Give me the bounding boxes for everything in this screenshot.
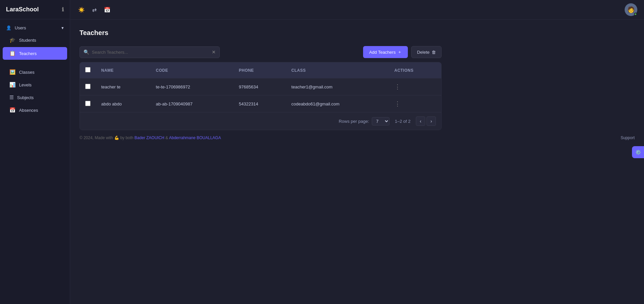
- table-body: teacher te te-te-1706986972 97685634 tea…: [80, 78, 441, 112]
- footer-copy: © 2024, Made with 💪 by both Bader ZAOUIC…: [79, 135, 221, 140]
- table-row: teacher te te-te-1706986972 97685634 tea…: [80, 78, 441, 95]
- row-checkbox-cell: [80, 78, 96, 95]
- absences-icon: 📅: [9, 107, 16, 113]
- select-all-checkbox[interactable]: [85, 67, 91, 72]
- sidebar-item-subjects[interactable]: ☰ Subjects: [0, 91, 70, 104]
- settings-icon: ⚙️: [635, 149, 641, 155]
- row-code: ab-ab-1709040987: [151, 95, 233, 112]
- plus-icon: ＋: [397, 49, 402, 55]
- header-code: CODE: [151, 62, 233, 78]
- theme-icon[interactable]: ☀️: [77, 5, 86, 14]
- user-avatar-wrapper[interactable]: 🧑: [625, 3, 637, 16]
- sidebar-item-label: Absences: [19, 108, 38, 113]
- levels-icon: 📊: [9, 82, 16, 88]
- sidebar-item-label: Levels: [19, 82, 32, 87]
- teachers-table-container: NAME CODE PHONE CLASS ACTIONS: [79, 62, 442, 130]
- sidebar-item-absences[interactable]: 📅 Absences: [0, 104, 70, 116]
- pagination-bar: Rows per page: 7 10 25 50 1–2 of 2 ‹: [80, 112, 441, 130]
- footer-support-link[interactable]: Support: [621, 135, 635, 140]
- row-checkbox[interactable]: [85, 101, 91, 106]
- toolbar: 🔍 ✕ Add Teachers ＋ Delete 🗑: [79, 46, 442, 58]
- avatar-online-dot: [634, 13, 637, 16]
- toolbar-right: Add Teachers ＋ Delete 🗑: [363, 46, 442, 58]
- students-icon: 🎓: [9, 37, 16, 43]
- subjects-icon: ☰: [9, 94, 14, 100]
- sidebar-logo: LaraSchool ℹ: [0, 0, 70, 19]
- row-class: teacher1@gmail.com: [286, 78, 389, 95]
- sidebar-item-students[interactable]: 🎓 Students: [0, 34, 70, 46]
- prev-icon: ‹: [420, 118, 422, 124]
- footer-copy-text: © 2024, Made with 💪 by both: [79, 135, 135, 140]
- row-phone: 54322314: [233, 95, 286, 112]
- row-actions-cell: ⋮: [389, 95, 442, 112]
- rows-per-page-select[interactable]: 7 10 25 50: [372, 117, 389, 125]
- row-checkbox-cell: [80, 95, 96, 112]
- page-title: Teachers: [79, 29, 442, 37]
- sidebar: LaraSchool ℹ 👤 Users ▾ 🎓 Students 📋 Teac…: [0, 0, 70, 304]
- next-icon: ›: [431, 118, 432, 124]
- row-name: teacher te: [96, 78, 151, 95]
- sidebar-item-label: Subjects: [17, 95, 34, 100]
- sidebar-item-levels[interactable]: 📊 Levels: [0, 78, 70, 91]
- trash-icon: 🗑: [432, 50, 436, 55]
- row-code: te-te-1706986972: [151, 78, 233, 95]
- content-area: Teachers 🔍 ✕ Add Teachers ＋ Delete 🗑: [70, 20, 644, 304]
- header-actions: ACTIONS: [389, 62, 442, 78]
- info-icon[interactable]: ℹ: [62, 6, 64, 13]
- rows-per-page-label: Rows per page:: [339, 119, 369, 124]
- page-info: 1–2 of 2: [395, 119, 411, 124]
- delete-label: Delete: [417, 50, 430, 55]
- row-checkbox[interactable]: [85, 84, 91, 89]
- row-actions-menu-button[interactable]: ⋮: [394, 83, 436, 90]
- sidebar-group-label: Users: [15, 25, 26, 30]
- row-actions-cell: ⋮: [389, 78, 442, 95]
- footer-separator: &: [165, 135, 169, 140]
- next-page-button[interactable]: ›: [427, 116, 436, 126]
- search-input[interactable]: [79, 46, 220, 58]
- sidebar-users-section: 👤 Users ▾ 🎓 Students 📋 Teachers: [0, 19, 70, 63]
- topbar-left: ☀️ ⇄ 📅: [77, 5, 112, 14]
- users-icon: 👤: [6, 25, 11, 30]
- rows-per-page: Rows per page: 7 10 25 50: [339, 117, 389, 125]
- search-wrapper: 🔍 ✕: [79, 46, 220, 58]
- content-inner: Teachers 🔍 ✕ Add Teachers ＋ Delete 🗑: [70, 20, 451, 130]
- sidebar-item-label: Students: [19, 38, 36, 43]
- header-checkbox-col: [80, 62, 96, 78]
- page-nav: ‹ ›: [416, 116, 436, 126]
- delete-button[interactable]: Delete 🗑: [411, 46, 442, 58]
- sidebar-item-label: Teachers: [19, 51, 37, 56]
- teachers-icon: 📋: [9, 50, 16, 56]
- footer-author1-link[interactable]: Bader ZAOUICH: [135, 135, 164, 140]
- header-phone: PHONE: [233, 62, 286, 78]
- footer: © 2024, Made with 💪 by both Bader ZAOUIC…: [70, 130, 644, 145]
- search-icon: 🔍: [84, 49, 89, 55]
- row-actions-menu-button[interactable]: ⋮: [394, 100, 436, 107]
- search-clear-icon[interactable]: ✕: [212, 49, 216, 55]
- table-scroll[interactable]: NAME CODE PHONE CLASS ACTIONS: [80, 62, 441, 112]
- sidebar-main-section: 🖼️ Classes 📊 Levels ☰ Subjects 📅 Absence…: [0, 63, 70, 119]
- sidebar-item-teachers[interactable]: 📋 Teachers: [3, 47, 67, 60]
- sidebar-item-label: Classes: [19, 70, 34, 75]
- row-name: abdo abdo: [96, 95, 151, 112]
- classes-icon: 🖼️: [9, 69, 16, 75]
- add-teachers-label: Add Teachers: [369, 50, 395, 55]
- header-class: CLASS: [286, 62, 389, 78]
- teachers-table: NAME CODE PHONE CLASS ACTIONS: [80, 62, 441, 112]
- main-area: ☀️ ⇄ 📅 🧑 Teachers 🔍 ✕ Add Teachers: [70, 0, 644, 304]
- footer-author2-link[interactable]: Abderrahmane BOUALLAGA: [169, 135, 221, 140]
- chevron-down-icon: ▾: [61, 25, 64, 30]
- sidebar-group-users[interactable]: 👤 Users ▾: [0, 22, 70, 34]
- header-name: NAME: [96, 62, 151, 78]
- sidebar-item-classes[interactable]: 🖼️ Classes: [0, 66, 70, 78]
- row-phone: 97685634: [233, 78, 286, 95]
- app-name: LaraSchool: [6, 6, 39, 13]
- table-row: abdo abdo ab-ab-1709040987 54322314 code…: [80, 95, 441, 112]
- row-class: codeabdo61@gmail.com: [286, 95, 389, 112]
- right-settings-button[interactable]: ⚙️: [632, 146, 644, 158]
- table-header: NAME CODE PHONE CLASS ACTIONS: [80, 62, 441, 78]
- translate-icon[interactable]: ⇄: [91, 5, 98, 14]
- calendar-icon[interactable]: 📅: [103, 5, 112, 14]
- prev-page-button[interactable]: ‹: [416, 116, 425, 126]
- add-teachers-button[interactable]: Add Teachers ＋: [363, 46, 408, 58]
- topbar: ☀️ ⇄ 📅 🧑: [70, 0, 644, 20]
